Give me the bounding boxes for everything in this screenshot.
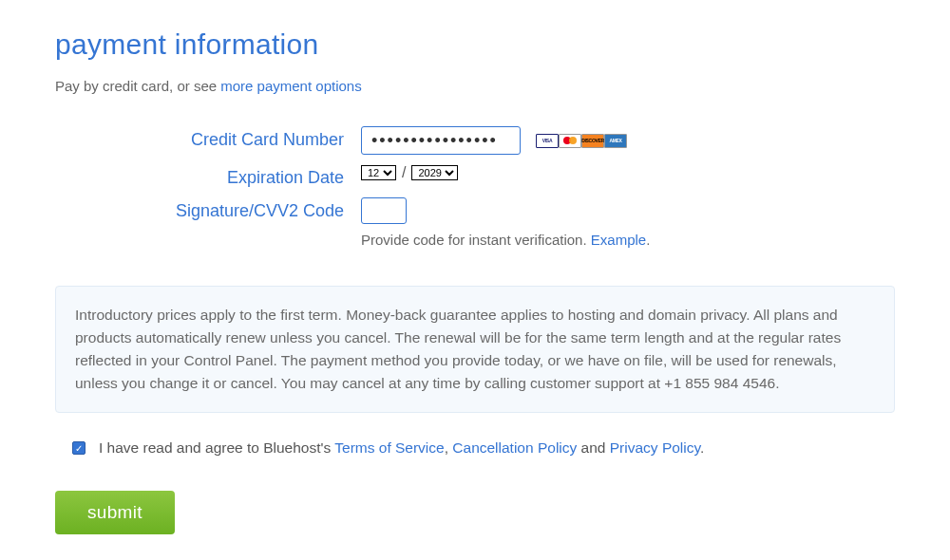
exp-year-select[interactable]: 2029 bbox=[411, 165, 458, 180]
intro-text: Pay by credit card, or see more payment … bbox=[55, 78, 895, 94]
amex-icon: AMEX bbox=[604, 134, 627, 148]
submit-button[interactable]: submit bbox=[55, 491, 175, 534]
cvv-help-suffix: . bbox=[646, 232, 650, 248]
privacy-link[interactable]: Privacy Policy bbox=[610, 439, 700, 456]
cancellation-link[interactable]: Cancellation Policy bbox=[452, 439, 577, 456]
cc-row: Credit Card Number VISA DISCOVER AMEX bbox=[55, 126, 895, 155]
exp-label: Expiration Date bbox=[55, 164, 361, 188]
tos-link[interactable]: Terms of Service bbox=[334, 439, 444, 456]
agree-text: I have read and agree to Bluehost's Term… bbox=[99, 439, 704, 457]
agree-prefix: I have read and agree to Bluehost's bbox=[99, 439, 334, 456]
exp-row: Expiration Date 12 / 2029 bbox=[55, 164, 895, 188]
cc-label: Credit Card Number bbox=[55, 126, 361, 150]
more-payment-options-link[interactable]: more payment options bbox=[220, 78, 361, 94]
payment-form: Credit Card Number VISA DISCOVER AMEX Ex… bbox=[55, 126, 895, 248]
cvv-row: Signature/CVV2 Code Provide code for ins… bbox=[55, 197, 895, 248]
agree-checkbox[interactable]: ✓ bbox=[72, 441, 86, 455]
cc-input[interactable] bbox=[361, 126, 521, 155]
cvv-help-text: Provide code for instant verification. bbox=[361, 232, 591, 248]
mastercard-icon bbox=[559, 134, 581, 148]
pricing-notice: Introductory prices apply to the first t… bbox=[55, 286, 895, 413]
agree-row: ✓ I have read and agree to Bluehost's Te… bbox=[72, 439, 895, 457]
discover-icon: DISCOVER bbox=[581, 134, 604, 148]
exp-month-select[interactable]: 12 bbox=[361, 165, 396, 180]
page-title: payment information bbox=[55, 28, 895, 61]
cvv-example-link[interactable]: Example bbox=[591, 232, 646, 248]
cvv-help: Provide code for instant verification. E… bbox=[361, 232, 695, 248]
cvv-input[interactable] bbox=[361, 197, 407, 224]
cvv-label: Signature/CVV2 Code bbox=[55, 197, 361, 221]
intro-prefix: Pay by credit card, or see bbox=[55, 78, 220, 94]
visa-icon: VISA bbox=[536, 134, 559, 148]
exp-separator: / bbox=[402, 164, 406, 181]
accepted-cards: VISA DISCOVER AMEX bbox=[536, 134, 627, 148]
